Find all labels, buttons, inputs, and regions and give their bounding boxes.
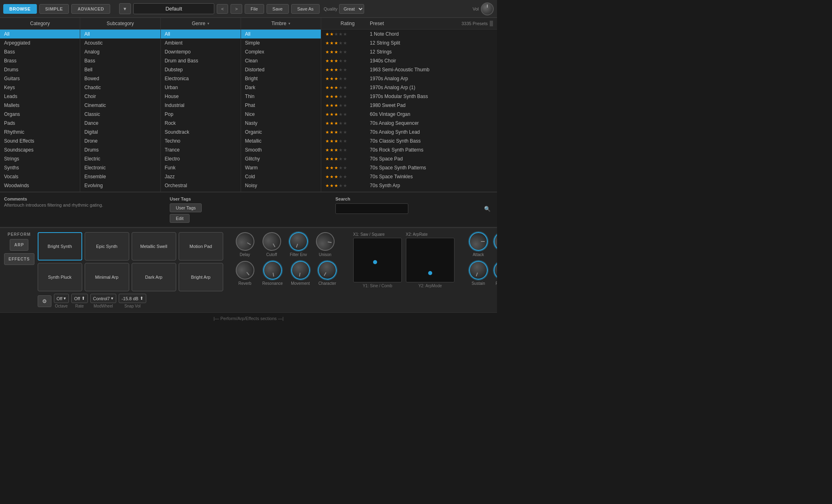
delay-knob[interactable]: [232, 229, 258, 254]
nav-next-button[interactable]: >: [230, 4, 242, 14]
list-item[interactable]: Rock: [161, 119, 241, 128]
list-item[interactable]: Urban: [161, 83, 241, 92]
list-item[interactable]: Electro: [161, 154, 241, 163]
list-item[interactable]: Metallic: [241, 137, 321, 145]
list-item[interactable]: Jazz: [161, 172, 241, 181]
timbre-dropdown-icon[interactable]: ▾: [288, 21, 290, 26]
table-row[interactable]: ★★★★★ 1970s Analog Arp (1): [321, 83, 497, 92]
list-item[interactable]: Bass: [80, 56, 160, 65]
pad-synth-pluck[interactable]: Synth Pluck: [38, 263, 82, 291]
file-button[interactable]: File: [245, 4, 264, 14]
table-row[interactable]: ★★★★★ 12 String Split: [321, 38, 497, 47]
table-row[interactable]: ★★★★★ 70s Space Twinkles: [321, 172, 497, 181]
list-item[interactable]: Evolving: [80, 181, 160, 190]
list-item[interactable]: Trance: [161, 145, 241, 154]
list-item[interactable]: Vocals: [0, 172, 80, 181]
list-item[interactable]: Ensemble: [80, 172, 160, 181]
list-item[interactable]: Pop: [161, 110, 241, 119]
resonance-knob[interactable]: [262, 259, 283, 281]
list-item[interactable]: House: [161, 92, 241, 101]
attack-knob[interactable]: [469, 232, 488, 251]
genre-item-all[interactable]: All: [161, 30, 241, 38]
table-row[interactable]: ★★★★★ 60s Vintage Organ: [321, 110, 497, 119]
list-item[interactable]: Smooth: [241, 145, 321, 154]
list-item[interactable]: Dance: [80, 119, 160, 128]
table-row[interactable]: ★★★★★ 70s Classic Synth Bass: [321, 137, 497, 145]
list-item[interactable]: Guitars: [0, 74, 80, 83]
release-knob[interactable]: [490, 257, 497, 284]
modwheel-select[interactable]: Control7 ▾: [90, 294, 117, 303]
table-row[interactable]: ★★★★★ 1970s Modular Synth Bass: [321, 92, 497, 101]
list-item[interactable]: Noisy: [241, 181, 321, 190]
list-item[interactable]: Drums: [80, 145, 160, 154]
table-row[interactable]: ★★★★★ 70s Synth Arp: [321, 181, 497, 190]
list-item[interactable]: Rhythmic: [0, 128, 80, 137]
table-row[interactable]: ★★★★★ 12 Strings: [321, 47, 497, 56]
list-item[interactable]: Keys: [0, 83, 80, 92]
movement-knob[interactable]: [290, 259, 311, 281]
effects-tab[interactable]: EFFECTS: [4, 253, 34, 265]
list-item[interactable]: Arpeggiated: [0, 38, 80, 47]
list-item[interactable]: Ambient: [161, 38, 241, 47]
pad-dark-arp[interactable]: Dark Arp: [132, 263, 176, 291]
list-item[interactable]: Soundtrack: [161, 128, 241, 137]
quality-select[interactable]: Great Good Fast: [339, 4, 364, 14]
xy-pad-2[interactable]: [406, 238, 454, 282]
table-row[interactable]: ★★★★★ 1940s Choir: [321, 56, 497, 65]
list-item[interactable]: Classic: [80, 110, 160, 119]
list-item[interactable]: Techno: [161, 137, 241, 145]
pad-minimal-arp[interactable]: Minimal Arp: [85, 263, 129, 291]
pad-epic-synth[interactable]: Epic Synth: [85, 232, 129, 261]
list-item[interactable]: Sound Effects: [0, 137, 80, 145]
vol-knob[interactable]: [481, 2, 494, 15]
table-row[interactable]: ★★★★★ 70s Rock Synth Patterns: [321, 145, 497, 154]
unison-knob[interactable]: [314, 231, 336, 252]
list-item[interactable]: Distorted: [241, 65, 321, 74]
tab-browse[interactable]: BROWSE: [3, 4, 37, 14]
list-item[interactable]: Leads: [0, 92, 80, 101]
reverb-knob[interactable]: [232, 257, 258, 284]
list-item[interactable]: Cinematic: [80, 101, 160, 110]
list-item[interactable]: Choir: [80, 92, 160, 101]
list-item[interactable]: Drum and Bass: [161, 56, 241, 65]
pad-bright-arp[interactable]: Bright Arp: [179, 263, 223, 291]
list-item[interactable]: Thin: [241, 92, 321, 101]
decay-knob[interactable]: [490, 229, 497, 254]
table-row[interactable]: ★★★★★ 1970s Analog Arp: [321, 74, 497, 83]
list-item[interactable]: Soundscapes: [0, 145, 80, 154]
list-item[interactable]: Dubstep: [161, 65, 241, 74]
list-item[interactable]: Funk: [161, 163, 241, 172]
search-icon[interactable]: 🔍: [484, 206, 491, 212]
list-item[interactable]: Cold: [241, 172, 321, 181]
rate-select[interactable]: Off ⬆: [71, 294, 87, 303]
list-item[interactable]: Drums: [0, 65, 80, 74]
list-item[interactable]: Chaotic: [80, 83, 160, 92]
list-item[interactable]: Nasty: [241, 119, 321, 128]
list-item[interactable]: Warm: [241, 163, 321, 172]
list-item[interactable]: Digital: [80, 128, 160, 137]
snap-vol-select[interactable]: -15.8 dB ⬆: [119, 294, 146, 303]
list-item[interactable]: Bass: [0, 47, 80, 56]
list-item[interactable]: Nice: [241, 110, 321, 119]
list-item[interactable]: Bowed: [80, 74, 160, 83]
list-item[interactable]: Phat: [241, 101, 321, 110]
list-item[interactable]: Organs: [0, 110, 80, 119]
character-knob[interactable]: [314, 258, 340, 283]
list-item[interactable]: Electronic: [80, 163, 160, 172]
list-item[interactable]: Strings: [0, 154, 80, 163]
save-button[interactable]: Save: [267, 4, 289, 14]
list-item[interactable]: Industrial: [161, 101, 241, 110]
table-row[interactable]: ★★★★★ 1980 Sweet Pad: [321, 101, 497, 110]
table-row[interactable]: ★★★★★ 70s Space Pad: [321, 154, 497, 163]
list-item[interactable]: Analog: [80, 47, 160, 56]
pad-bright-synth[interactable]: Bright Synth: [38, 232, 82, 261]
arp-tab[interactable]: ARP: [10, 239, 28, 251]
tab-advanced[interactable]: ADVANCED: [71, 4, 110, 14]
save-as-button[interactable]: Save As: [291, 4, 320, 14]
list-item[interactable]: Simple: [241, 38, 321, 47]
list-item[interactable]: Bright: [241, 74, 321, 83]
table-row[interactable]: ★★★★★ 70s Space Synth Patterns: [321, 163, 497, 172]
genre-dropdown-icon[interactable]: ▾: [207, 21, 209, 26]
list-item[interactable]: Electronica: [161, 74, 241, 83]
user-tags-button[interactable]: User Tags: [170, 203, 202, 212]
